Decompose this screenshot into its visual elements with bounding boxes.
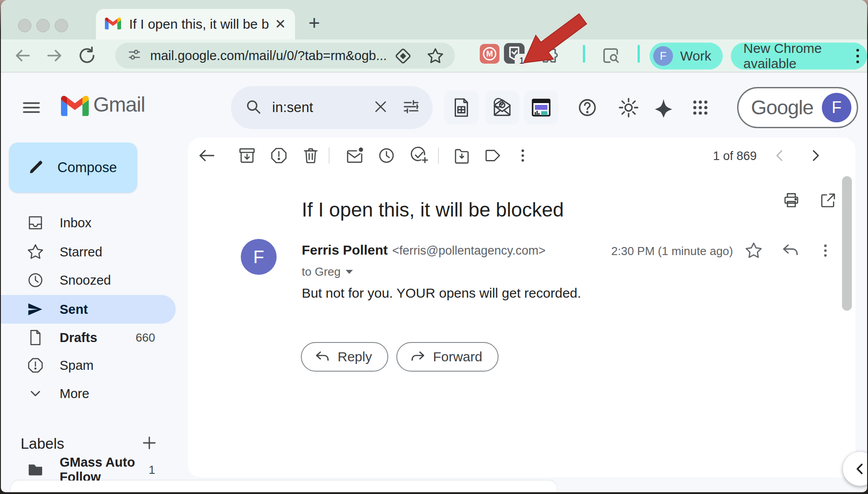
email-extension-icon[interactable] [485,91,519,125]
chrome-update-button[interactable]: New Chrome available [731,43,867,69]
older-email-icon[interactable] [805,145,826,166]
dashboard-extension-icon[interactable] [524,91,558,125]
tab-close-icon[interactable]: ✕ [275,17,286,31]
message-more-icon[interactable] [815,240,836,261]
search-icon[interactable] [244,98,262,117]
sidebar-item-spam[interactable]: Spam [1,351,176,380]
reply-icon[interactable] [780,240,801,261]
chevron-down-icon [26,386,44,402]
scrollbar-thumb[interactable] [842,176,852,311]
newer-email-icon[interactable] [769,145,790,166]
compose-label: Compose [57,160,117,176]
snooze-icon[interactable] [376,145,397,166]
print-icon[interactable] [781,190,802,211]
sender-avatar[interactable]: F [241,239,277,275]
inbox-icon [26,214,44,232]
help-icon[interactable] [576,96,599,119]
labs-diamond-icon[interactable] [394,47,412,67]
labels-icon[interactable] [482,145,504,166]
more-options-icon[interactable] [512,145,534,166]
report-spam-icon[interactable] [268,145,290,166]
sidebar-label-gmass[interactable]: GMass Auto Follow 1 [1,455,176,484]
search-input[interactable]: in:sent [272,100,373,116]
gmail-logo-icon[interactable] [61,95,89,118]
email-timestamp: 2:30 PM (1 minute ago) [605,244,733,258]
address-bar[interactable]: mail.google.com/mail/u/0/?tab=rm&ogb... [115,43,455,69]
settings-gear-icon[interactable] [617,96,640,119]
reload-icon[interactable] [74,43,100,68]
star-icon [26,243,44,261]
search-filters-icon[interactable] [402,98,420,117]
tracker-extension-icon[interactable]: 1 [504,43,525,64]
sidebar-item-more[interactable]: More [1,379,176,408]
sidebar-item-starred[interactable]: Starred [1,238,176,266]
label-folder-icon [26,461,44,479]
email-actions: Reply Forward [301,342,499,372]
toolbar-separator [583,45,585,63]
profile-chip[interactable]: F Work [650,43,723,69]
gmail-wordmark: Gmail [93,92,145,117]
traffic-zoom-button[interactable] [55,19,68,32]
labels-header: Labels [1,429,176,458]
drafts-count: 660 [136,331,155,345]
bookmark-star-icon[interactable] [426,47,444,67]
google-logo-text: Google [751,96,813,119]
sidebar-item-inbox[interactable]: Inbox [1,208,176,237]
toolbar-separator [638,45,640,63]
recipient-dropdown-icon[interactable] [345,269,353,275]
site-info-icon[interactable] [126,47,142,65]
gmass-extension-icon[interactable]: M [480,44,499,64]
chrome-update-label: New Chrome available [743,41,852,71]
sender-name: Ferris Pollent [302,243,388,258]
spam-icon [26,356,44,374]
recipient-line[interactable]: to Greg [302,265,353,279]
mark-unread-icon[interactable] [344,145,365,166]
search-bar[interactable]: in:sent [231,86,433,129]
toolbar-divider [329,147,330,164]
open-in-new-icon[interactable] [817,190,839,211]
label-count: 1 [149,463,155,477]
sender-email: <ferris@pollentagency.com> [392,244,546,258]
new-tab-button[interactable]: + [308,12,320,34]
browser-window: If I open this, it will be blocked ✕ + m… [1,0,867,492]
forward-arrow-icon [410,349,426,365]
gmail-favicon-icon [105,17,121,31]
reply-arrow-icon [314,349,330,365]
archive-icon[interactable] [236,145,258,166]
browser-tab[interactable]: If I open this, it will be blocked ✕ [96,9,295,39]
back-icon[interactable] [10,43,35,68]
add-to-tasks-icon[interactable] [408,145,430,166]
sheets-extension-icon[interactable] [444,91,478,125]
sidebar-item-sent[interactable]: Sent [1,295,176,324]
email-subject: If I open this, it will be blocked [302,199,564,221]
extensions-puzzle-icon[interactable] [537,43,562,68]
profile-avatar: F [653,46,673,66]
tab-bar: If I open this, it will be blocked ✕ + [1,0,867,39]
move-to-icon[interactable] [451,145,473,166]
google-account-chip[interactable]: Google F [737,87,858,128]
star-email-icon[interactable] [743,240,764,261]
delete-icon[interactable] [300,145,321,166]
reply-button[interactable]: Reply [301,342,388,372]
clear-search-icon[interactable] [373,99,389,117]
apps-grid-icon[interactable] [689,96,712,119]
email-view: 1 of 869 If I open this, it will be bloc… [188,138,855,477]
create-label-icon[interactable] [141,434,158,453]
search-tabs-icon[interactable] [598,43,623,68]
draft-icon [26,329,44,347]
sidebar-item-drafts[interactable]: Drafts 660 [1,323,176,352]
compose-button[interactable]: Compose [9,143,137,193]
sidebar-item-snoozed[interactable]: Snoozed [1,266,176,295]
chrome-menu-icon[interactable] [856,49,859,63]
gmail-header: Gmail in:sent [1,74,867,148]
gemini-sparkle-icon[interactable] [652,96,675,119]
forward-icon[interactable] [42,43,67,68]
sender-line: Ferris Pollent <ferris@pollentagency.com… [302,243,546,258]
tab-title: If I open this, it will be blocked [129,17,269,32]
traffic-close-button[interactable] [18,19,31,32]
forward-button[interactable]: Forward [396,342,499,372]
send-icon [26,300,44,318]
back-to-list-icon[interactable] [196,145,217,166]
main-menu-icon[interactable] [20,96,43,119]
traffic-minimize-button[interactable] [36,19,50,32]
